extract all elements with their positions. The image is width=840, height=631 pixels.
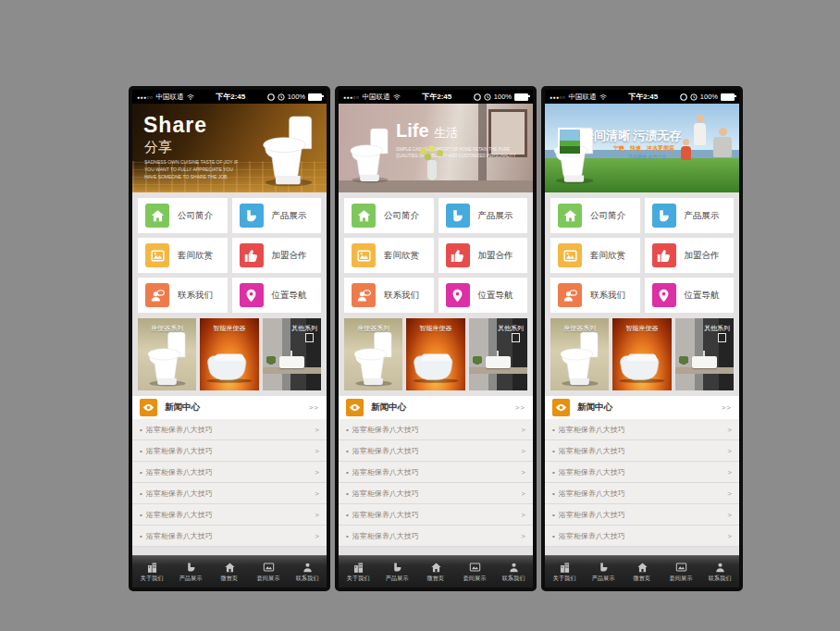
news-item[interactable]: •浴室柜保养八大技巧> xyxy=(339,419,533,440)
gallery-icon xyxy=(352,243,376,267)
news-more-link[interactable]: >> xyxy=(515,403,525,412)
menu-item-navigation[interactable]: 位置导航 xyxy=(439,278,528,313)
menu-item-franchise[interactable]: 加盟合作 xyxy=(439,238,528,273)
chevron-right-icon: > xyxy=(727,426,732,434)
banner-outdoor[interactable]: 瞬间清晰 污渍无存 宁静、快速、冲水更彻底 节水科技 水力十足 xyxy=(545,104,739,192)
news-item[interactable]: •浴室柜保养八大技巧> xyxy=(545,419,739,440)
toilet-icon xyxy=(240,204,264,228)
menu-item-navigation[interactable]: 位置导航 xyxy=(232,278,322,313)
counter-image xyxy=(263,367,321,374)
tab-suite-gallery[interactable]: 套间展示 xyxy=(661,556,700,588)
tab-contact-us[interactable]: 联系我们 xyxy=(494,556,533,588)
carousel-item-smart-toilet[interactable]: 智能座便器 xyxy=(406,318,464,390)
eye-icon xyxy=(552,399,570,416)
news-header: 新闻中心 >> xyxy=(132,396,327,419)
news-item-title: 浴室柜保养八大技巧 xyxy=(146,510,315,520)
tab-micro-home[interactable]: 微首页 xyxy=(416,556,455,588)
news-item[interactable]: •浴室柜保养八大技巧> xyxy=(132,526,327,547)
news-item[interactable]: •浴室柜保养八大技巧> xyxy=(545,440,739,462)
menu-item-franchise[interactable]: 加盟合作 xyxy=(232,238,322,273)
menu-item-label: 套间欣赏 xyxy=(384,250,419,262)
carousel-item-other-series[interactable]: 其他系列 xyxy=(263,318,321,390)
menu-item-products[interactable]: 产品展示 xyxy=(232,198,322,233)
news-item[interactable]: •浴室柜保养八大技巧> xyxy=(132,419,327,440)
spacer xyxy=(132,547,327,555)
menu-item-navigation[interactable]: 位置导航 xyxy=(645,278,735,313)
news-header-title: 新闻中心 xyxy=(165,402,302,414)
menu-item-suites[interactable]: 套间欣赏 xyxy=(138,238,228,273)
carousel-item-toilet-series[interactable]: 座便器系列 xyxy=(550,318,609,390)
news-item[interactable]: •浴室柜保养八大技巧> xyxy=(545,483,739,504)
tab-products[interactable]: 产品展示 xyxy=(584,556,623,588)
bottom-tab-bar: 关于我们 产品展示 微首页 套间展示 联系我们 xyxy=(545,555,739,588)
tab-label: 关于我们 xyxy=(141,575,164,583)
carousel-item-other-series[interactable]: 其他系列 xyxy=(469,318,527,390)
tab-products[interactable]: 产品展示 xyxy=(171,556,210,588)
clock-label: 下午2:45 xyxy=(422,92,451,102)
orientation-lock-icon xyxy=(680,93,687,101)
carousel-label: 智能座便器 xyxy=(200,324,258,333)
banner-share[interactable]: Share 分享 SADNESS OWN CUISINE TASTE OF JO… xyxy=(132,104,327,192)
building-icon xyxy=(146,562,158,573)
news-item[interactable]: •浴室柜保养八大技巧> xyxy=(132,504,327,526)
menu-item-products[interactable]: 产品展示 xyxy=(439,198,528,233)
menu-item-contact[interactable]: 联系我们 xyxy=(550,278,640,313)
thumbs-up-icon xyxy=(240,243,264,267)
tab-micro-home[interactable]: 微首页 xyxy=(210,556,249,588)
menu-item-franchise[interactable]: 加盟合作 xyxy=(645,238,735,273)
menu-item-contact[interactable]: 联系我们 xyxy=(344,278,434,313)
toilet-image xyxy=(145,329,190,387)
news-item[interactable]: •浴室柜保养八大技巧> xyxy=(545,504,739,526)
news-more-link[interactable]: >> xyxy=(309,403,319,412)
tab-about-us[interactable]: 关于我们 xyxy=(339,556,377,588)
news-item[interactable]: •浴室柜保养八大技巧> xyxy=(132,462,327,483)
menu-item-products[interactable]: 产品展示 xyxy=(645,198,735,233)
banner-title: 瞬间清晰 污渍无存 xyxy=(582,128,682,144)
news-item[interactable]: •浴室柜保养八大技巧> xyxy=(339,483,533,504)
menu-item-contact[interactable]: 联系我们 xyxy=(138,278,228,313)
news-item[interactable]: •浴室柜保养八大技巧> xyxy=(339,504,533,526)
status-bar: ●●●○○ 中国联通 下午2:45 100% xyxy=(339,90,533,104)
tab-contact-us[interactable]: 联系我们 xyxy=(700,556,739,588)
bullet: • xyxy=(552,511,555,519)
tab-about-us[interactable]: 关于我们 xyxy=(132,556,171,588)
bullet: • xyxy=(140,511,142,519)
news-item[interactable]: •浴室柜保养八大技巧> xyxy=(339,526,533,547)
carousel-item-toilet-series[interactable]: 座便器系列 xyxy=(138,318,196,390)
phone-3: ●●●○○ 中国联通 下午2:45 100% 瞬间清晰 污渍无存 宁静、快速、冲… xyxy=(541,86,743,591)
building-icon xyxy=(352,562,364,573)
menu-item-label: 加盟合作 xyxy=(478,250,513,262)
map-pin-icon xyxy=(240,283,264,307)
tab-contact-us[interactable]: 联系我们 xyxy=(288,556,327,588)
banner-life[interactable]: Life 生活 SIMPLE CASUAL COMFORT OF HOME RE… xyxy=(339,104,533,192)
menu-item-suites[interactable]: 套间欣赏 xyxy=(550,238,640,273)
news-item[interactable]: •浴室柜保养八大技巧> xyxy=(132,440,327,462)
news-header-title: 新闻中心 xyxy=(371,402,508,414)
carousel-item-toilet-series[interactable]: 座便器系列 xyxy=(344,318,402,390)
carousel-item-other-series[interactable]: 其他系列 xyxy=(675,318,734,390)
menu-item-company-profile[interactable]: 公司简介 xyxy=(138,198,228,233)
phone-2: ●●●○○ 中国联通 下午2:45 100% Life 生活 SIMPLE CA… xyxy=(335,86,537,591)
carousel-item-smart-toilet[interactable]: 智能座便器 xyxy=(200,318,258,390)
news-list: •浴室柜保养八大技巧> •浴室柜保养八大技巧> •浴室柜保养八大技巧> •浴室柜… xyxy=(132,419,327,547)
news-item[interactable]: •浴室柜保养八大技巧> xyxy=(339,440,533,462)
tab-suite-gallery[interactable]: 套间展示 xyxy=(249,556,288,588)
tab-suite-gallery[interactable]: 套间展示 xyxy=(455,556,494,588)
news-more-link[interactable]: >> xyxy=(722,403,732,412)
banner-title-cn: 生活 xyxy=(434,126,458,140)
orientation-lock-icon xyxy=(474,93,481,101)
news-item[interactable]: •浴室柜保养八大技巧> xyxy=(545,526,739,547)
chevron-right-icon: > xyxy=(727,511,732,519)
tab-about-us[interactable]: 关于我们 xyxy=(545,556,584,588)
news-item[interactable]: •浴室柜保养八大技巧> xyxy=(132,483,327,504)
news-item-title: 浴室柜保养八大技巧 xyxy=(559,510,728,520)
menu-item-company-profile[interactable]: 公司简介 xyxy=(550,198,640,233)
news-item[interactable]: •浴室柜保养八大技巧> xyxy=(545,462,739,483)
tab-products[interactable]: 产品展示 xyxy=(377,556,416,588)
menu-item-suites[interactable]: 套间欣赏 xyxy=(344,238,434,273)
tab-micro-home[interactable]: 微首页 xyxy=(623,556,661,588)
carousel-item-smart-toilet[interactable]: 智能座便器 xyxy=(612,318,671,390)
status-bar: ●●●○○ 中国联通 下午2:45 100% xyxy=(545,90,739,104)
menu-item-company-profile[interactable]: 公司简介 xyxy=(344,198,434,233)
news-item[interactable]: •浴室柜保养八大技巧> xyxy=(339,462,533,483)
